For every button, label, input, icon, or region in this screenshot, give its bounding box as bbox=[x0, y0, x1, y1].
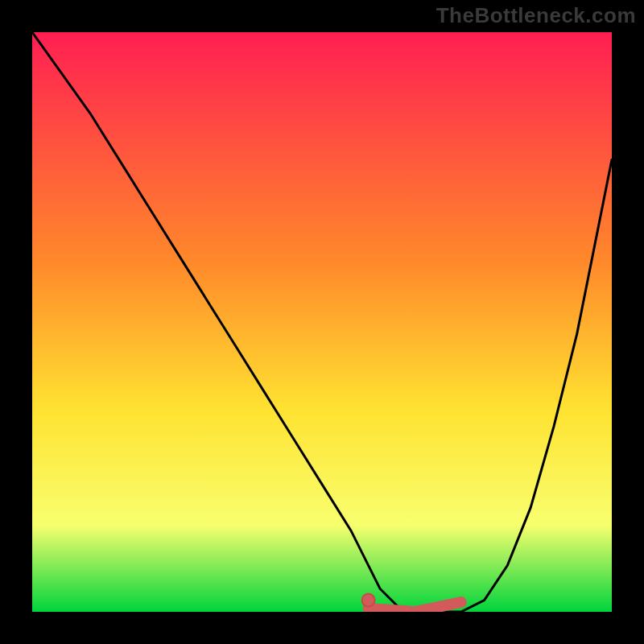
optimal-point-marker bbox=[362, 594, 375, 607]
plot-area bbox=[32, 32, 612, 612]
chart-svg bbox=[32, 32, 612, 612]
attribution-label: TheBottleneck.com bbox=[436, 3, 636, 28]
chart-frame: TheBottleneck.com bbox=[0, 0, 644, 644]
